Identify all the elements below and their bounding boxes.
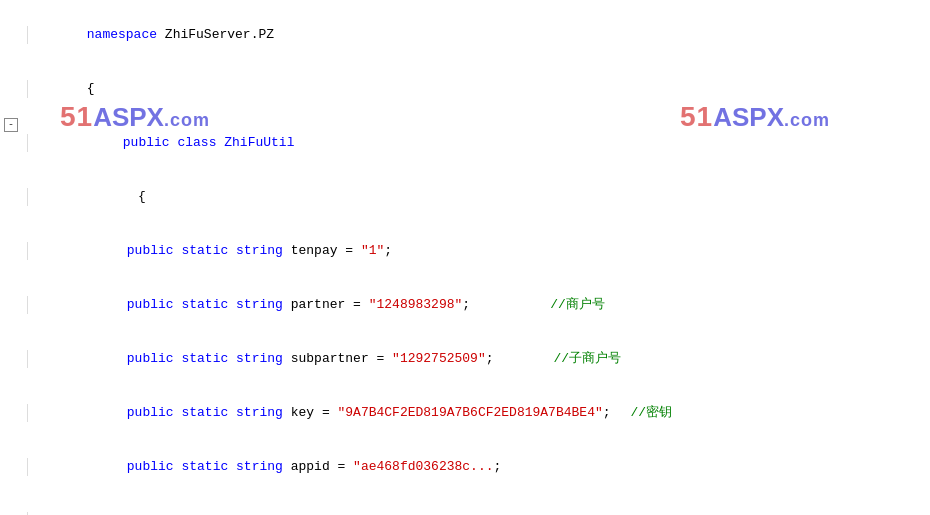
line-content: public static string tenpay = "1"; xyxy=(36,224,392,278)
code-line-class: - public class ZhiFuUtil xyxy=(0,116,930,170)
gutter xyxy=(0,188,28,206)
code-line-brace2: { xyxy=(0,170,930,224)
line-content: public class ZhiFuUtil xyxy=(36,116,294,170)
gutter xyxy=(0,134,28,152)
gutter xyxy=(0,296,28,314)
line-content: { xyxy=(36,62,95,116)
code-line-brace1: { xyxy=(0,62,930,116)
gutter xyxy=(0,242,28,260)
line-content: public static string appid = "ae468fd036… xyxy=(36,440,501,494)
code-editor: 51ASPX.com 51ASPX.com namespace ZhiFuSer… xyxy=(0,0,930,515)
gutter xyxy=(0,458,28,476)
code-line-sysurl: public static string sys_url = Configura… xyxy=(0,494,930,515)
code-line-tenpay: public static string tenpay = "1"; xyxy=(0,224,930,278)
gutter xyxy=(0,404,28,422)
code-line-namespace: namespace ZhiFuServer.PZ xyxy=(0,8,930,62)
gutter xyxy=(0,80,28,98)
code-line-partner: public static string partner = "12489832… xyxy=(0,278,930,332)
code-line-key: public static string key = "9A7B4CF2ED81… xyxy=(0,386,930,440)
line-content: { xyxy=(36,170,146,224)
code-line-subpartner: public static string subpartner = "12927… xyxy=(0,332,930,386)
line-content: namespace ZhiFuServer.PZ xyxy=(36,8,274,62)
line-content: public static string partner = "12489832… xyxy=(36,278,605,332)
gutter xyxy=(0,26,28,44)
collapse-class-btn[interactable]: - xyxy=(4,118,18,132)
line-content: public static string sys_url = Configura… xyxy=(36,494,806,515)
gutter xyxy=(0,350,28,368)
code-line-appid: public static string appid = "ae468fd036… xyxy=(0,440,930,494)
line-content: public static string key = "9A7B4CF2ED81… xyxy=(36,386,672,440)
line-content: public static string subpartner = "12927… xyxy=(36,332,621,386)
